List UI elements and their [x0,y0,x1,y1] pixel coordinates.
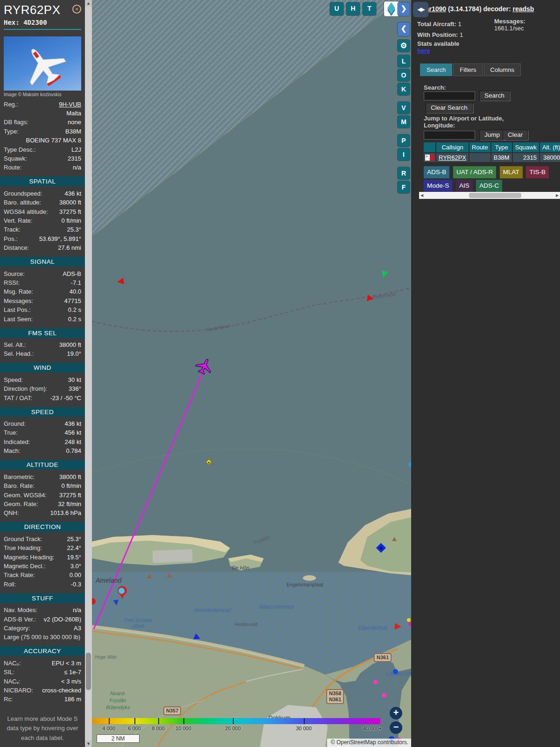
search-button[interactable]: Search [479,91,510,100]
data-label: True: [4,429,18,437]
map-attribution[interactable]: © OpenStreetMap contributors. [327,739,411,747]
clear-search-button[interactable]: Clear Search [426,103,473,113]
badge-mlat[interactable]: MLAT [500,166,523,178]
hscroll-thumb[interactable] [469,193,521,198]
data-value: 25.3° [67,536,81,543]
info-row: Type Desc.: L2J [0,145,85,154]
table-horizontal-scrollbar[interactable]: ◀ ▶ [419,192,560,199]
info-row: Malta [0,109,85,118]
button-h[interactable]: H [346,2,360,15]
marker-pink-dot-2[interactable] [382,693,386,698]
settings-gear-icon[interactable]: ⚙ [398,40,410,52]
badge-ais[interactable]: AIS [456,180,473,192]
column-header[interactable]: Squawk [513,142,539,152]
scroll-up-icon[interactable]: ▲ [85,0,92,7]
registration-link[interactable]: 9H-VUB [59,101,81,108]
hotkey-button[interactable]: L [398,55,410,67]
sidebar-scrollbar[interactable]: ▲ ▼ [85,0,92,747]
traffic-arrow-red-west[interactable] [117,278,124,285]
zoom-in-button[interactable]: + [390,707,402,719]
badge-adsc[interactable]: ADS-C [476,180,502,192]
badge-tisb[interactable]: TIS-B [526,166,549,178]
aircraft-photo [4,36,81,91]
data-value: 30 kt [68,376,81,384]
badge-modes[interactable]: Mode-S [424,180,452,192]
scroll-down-icon[interactable]: ▼ [85,740,92,747]
data-value: -23 / -50 °C [50,395,81,402]
scrollbar-thumb[interactable] [86,653,91,690]
layers-button[interactable] [384,1,399,16]
vessel-arrow-blue-small[interactable] [113,599,119,606]
section-header-speed: SPEED [0,407,85,417]
readsb-link[interactable]: readsb [512,5,534,13]
traffic-arrow-red-mid[interactable] [367,295,374,302]
badge-adsb[interactable]: ADS-B [424,166,449,178]
info-row: BOEING 737 MAX 8 [0,136,85,145]
jump-button[interactable]: Jump [479,130,505,140]
scroll-right-icon[interactable]: ▶ [554,192,560,199]
close-icon[interactable]: × [72,5,81,14]
marker-pink-dot-1[interactable] [373,680,378,684]
campsite-icon-2 [167,573,172,578]
hotkey-button[interactable]: O [398,69,410,81]
data-row: Roll: -0.3 [0,580,85,589]
cell-route [469,153,490,162]
tab-columns[interactable]: Columns [484,63,521,76]
marker-blue-dot[interactable] [393,669,398,674]
stats-here-link[interactable]: here [417,47,430,54]
clear-button[interactable]: Clear [503,130,528,140]
colorbar-label-20000: 20 000 [225,726,241,731]
column-header[interactable]: Type [491,142,512,152]
zoom-out-button[interactable]: − [390,721,402,734]
button-u[interactable]: U [330,2,343,15]
reg-label: Reg.: [4,101,18,108]
hotkey-button[interactable]: I [398,148,410,161]
hotkey-button[interactable]: V [398,102,410,114]
with-position-value: 1 [460,31,463,38]
accuracy-list: NACₚ: EPU < 3 m SIL: ≤ 1e-7 NACᵥ: < 3 m/… [0,659,85,704]
colorbar-tick [158,718,159,724]
badge-uat-adsr[interactable]: UAT / ADS-R [453,166,496,178]
data-label: Roll: [4,581,16,588]
hotkey-button[interactable]: P [398,134,410,147]
total-aircraft-value: 1 [458,21,461,28]
hotkey-button[interactable]: R [398,167,410,179]
hotkey-button[interactable]: F [398,181,410,193]
sidebar-expand-button[interactable]: ❯ [398,2,410,16]
sidebar-collapse-button[interactable]: ❮ [398,22,410,36]
map[interactable]: Nederland Nederland Fryslân Ameland De H… [92,0,411,747]
section-header-spatial: SPATIAL [0,176,85,186]
marker-yellow-edge[interactable] [407,618,411,622]
data-value: < 3 m/s [61,678,81,685]
road-shield-n358-n361: N358 N361 [326,689,344,704]
scroll-left-icon[interactable]: ◀ [419,192,425,199]
column-header[interactable] [424,142,435,152]
with-position-label: With Position: [417,31,458,38]
button-t[interactable]: T [363,2,376,15]
column-header[interactable]: Callsign [436,142,469,152]
stats-available-text: Stats available [417,40,557,47]
hotkey-button[interactable]: K [398,83,410,95]
tab-search[interactable]: Search [420,63,452,76]
colorbar-label-40000: 40 000+ [363,726,382,731]
jump-input[interactable] [424,131,475,140]
altitude-colorbar [92,718,380,724]
data-row: SIL: ≤ 1e-7 [0,668,85,677]
search-input[interactable] [424,92,475,100]
data-value: 0.2 s [68,316,81,323]
column-header[interactable]: Alt. (ft) [540,142,560,152]
column-header[interactable]: Route [469,142,490,152]
total-aircraft-label: Total Aircraft: [417,21,456,28]
hotkey-button[interactable]: M [398,116,410,128]
data-label: Barometric: [4,473,35,481]
data-label: Baro. altitude: [4,199,41,206]
data-row: Messages: 47715 [0,296,85,305]
panel-collapse-icon[interactable]: ◀▶ [413,2,428,17]
data-label: Indicated: [4,438,30,446]
tab-filters[interactable]: Filters [453,63,483,76]
campsite-icon-3 [392,537,397,541]
data-row: Vert. Rate: 0 ft/min [0,216,85,225]
table-row[interactable]: ✚ RYR62PX B38M 2315 38000 [424,153,560,162]
traffic-arrow-red-east[interactable] [394,623,401,630]
aircraft-callsign-link[interactable]: RYR62PX [439,154,466,161]
